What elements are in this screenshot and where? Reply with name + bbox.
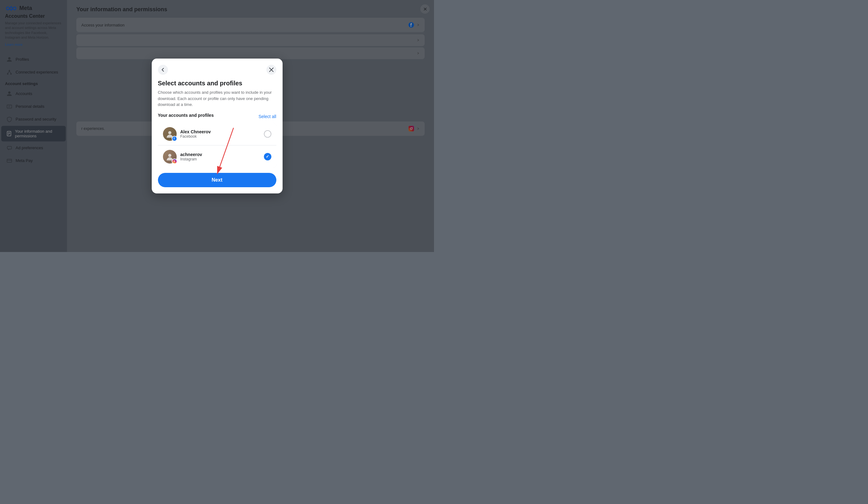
next-button[interactable]: Next — [158, 173, 276, 187]
svg-rect-21 — [173, 160, 176, 162]
account-platform-instagram: Instagram — [180, 157, 264, 161]
modal-title: Select accounts and profiles — [158, 80, 276, 87]
fb-badge-icon — [173, 137, 176, 140]
modal-header — [152, 59, 282, 75]
modal-dialog: Select accounts and profiles Choose whic… — [152, 59, 282, 193]
accounts-section-title: Your accounts and profiles — [158, 113, 214, 118]
account-avatar-wrap-instagram — [163, 150, 177, 164]
back-arrow-icon — [161, 67, 165, 72]
close-x-icon — [269, 67, 273, 72]
account-avatar-wrap-facebook — [163, 127, 177, 141]
modal-back-button[interactable] — [158, 65, 168, 75]
svg-point-19 — [168, 131, 171, 134]
facebook-platform-badge — [172, 136, 177, 141]
account-name-instagram: achneerov — [180, 152, 264, 157]
select-all-button[interactable]: Select all — [259, 114, 276, 119]
account-name-facebook: Alex Chneerov — [180, 129, 264, 134]
instagram-platform-badge — [172, 159, 177, 164]
accounts-section-header: Your accounts and profiles Select all — [158, 113, 276, 120]
account-item-instagram[interactable]: achneerov Instagram — [158, 146, 276, 168]
modal-subtitle: Choose which accounts and profiles you w… — [158, 90, 276, 108]
svg-point-20 — [168, 154, 171, 157]
modal-body: Select accounts and profiles Choose whic… — [152, 75, 282, 193]
ig-badge-icon — [173, 160, 176, 162]
account-radio-facebook[interactable] — [264, 130, 271, 138]
modal-overlay: Select accounts and profiles Choose whic… — [0, 0, 434, 252]
account-info-instagram: achneerov Instagram — [180, 152, 264, 161]
account-radio-instagram[interactable] — [264, 153, 271, 160]
account-item-facebook[interactable]: Alex Chneerov Facebook — [158, 123, 276, 146]
accounts-list: Alex Chneerov Facebook — [158, 123, 276, 168]
modal-close-button[interactable] — [266, 65, 276, 75]
svg-point-23 — [175, 160, 175, 161]
account-platform-facebook: Facebook — [180, 134, 264, 139]
account-info-facebook: Alex Chneerov Facebook — [180, 129, 264, 139]
